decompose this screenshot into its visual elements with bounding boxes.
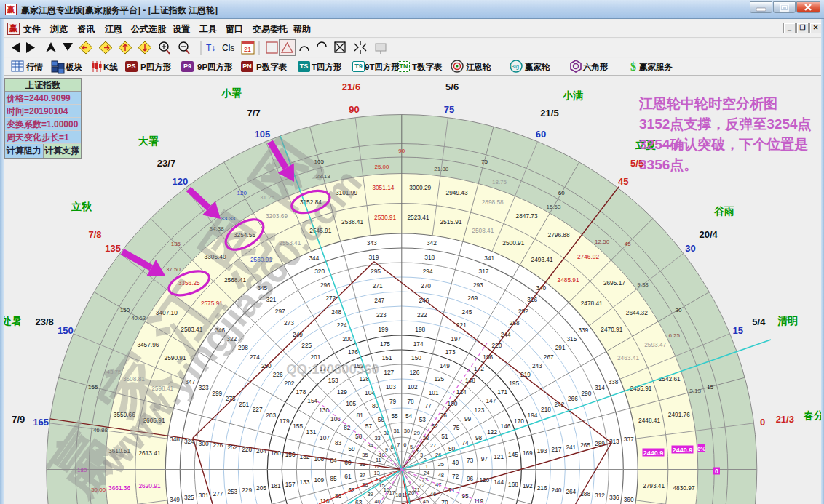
svg-text:15: 15 (707, 384, 713, 391)
svg-text:73: 73 (467, 457, 474, 464)
svg-text:2491.76: 2491.76 (668, 411, 690, 418)
svg-text:6: 6 (403, 441, 406, 448)
svg-text:127: 127 (384, 369, 394, 376)
svg-text:75: 75 (444, 104, 454, 115)
svg-text:2523.41: 2523.41 (408, 214, 429, 221)
svg-text:150: 150 (411, 354, 421, 361)
svg-text:296: 296 (320, 281, 330, 289)
svg-text:96: 96 (467, 475, 474, 482)
svg-text:293: 293 (473, 281, 483, 289)
svg-text:27: 27 (430, 442, 436, 449)
svg-text:17: 17 (389, 489, 395, 496)
svg-text:72: 72 (452, 473, 459, 480)
svg-text:317: 317 (479, 268, 489, 275)
svg-text:145: 145 (508, 451, 518, 458)
svg-text:147: 147 (486, 397, 496, 404)
svg-text:99: 99 (464, 415, 472, 423)
svg-text:149: 149 (440, 362, 450, 369)
svg-text:70: 70 (441, 499, 448, 504)
svg-text:30: 30 (685, 243, 695, 254)
svg-text:146: 146 (501, 423, 511, 430)
svg-text:121: 121 (494, 453, 504, 460)
svg-text:25: 25 (438, 461, 444, 468)
svg-text:144: 144 (494, 479, 504, 486)
svg-text:217: 217 (552, 446, 562, 453)
svg-text:60: 60 (558, 190, 565, 196)
svg-text:22: 22 (419, 482, 424, 489)
svg-text:5: 5 (410, 444, 413, 450)
svg-text:273: 273 (284, 319, 294, 327)
svg-text:4830.97: 4830.97 (673, 484, 695, 492)
svg-text:2793.41: 2793.41 (643, 482, 665, 489)
svg-text:242: 242 (554, 401, 564, 408)
svg-text:135: 135 (105, 243, 121, 254)
svg-text:133: 133 (300, 479, 310, 486)
svg-text:60: 60 (536, 129, 546, 140)
svg-text:20/4: 20/4 (699, 229, 718, 240)
svg-text:192: 192 (523, 482, 533, 489)
svg-text:155: 155 (293, 423, 303, 430)
svg-text:243: 243 (532, 362, 542, 369)
svg-text:25.00: 25.00 (374, 164, 389, 170)
svg-text:224: 224 (337, 321, 347, 329)
svg-text:343: 343 (367, 239, 377, 247)
svg-text:75: 75 (453, 424, 460, 431)
svg-text:122: 122 (487, 428, 497, 436)
svg-text:1: 1 (425, 463, 428, 470)
svg-text:13: 13 (373, 470, 379, 476)
svg-text:2949.43: 2949.43 (446, 189, 468, 196)
svg-text:处暑: 处暑 (1, 315, 22, 327)
svg-text:229: 229 (242, 487, 252, 494)
svg-text:247: 247 (374, 297, 384, 304)
svg-text:105: 105 (346, 400, 356, 407)
svg-text:270: 270 (421, 282, 431, 289)
svg-text:2440.9: 2440.9 (643, 449, 664, 457)
svg-text:2: 2 (424, 457, 427, 463)
svg-text:202: 202 (285, 380, 295, 387)
svg-text:174: 174 (413, 340, 424, 348)
svg-text:132: 132 (300, 453, 310, 460)
svg-text:QQ:100800360: QQ:100800360 (286, 361, 379, 377)
svg-text:325: 325 (184, 494, 194, 501)
svg-text:319: 319 (368, 254, 379, 261)
svg-text:小满: 小满 (562, 89, 583, 101)
svg-text:21.88: 21.88 (434, 166, 449, 172)
svg-text:3.13: 3.13 (689, 388, 701, 394)
svg-text:6.25: 6.25 (668, 332, 680, 339)
svg-text:314: 314 (595, 384, 605, 391)
svg-text:49: 49 (452, 459, 459, 466)
svg-text:173: 173 (445, 348, 456, 356)
svg-text:7/8: 7/8 (88, 229, 101, 240)
svg-text:154: 154 (307, 397, 317, 404)
svg-text:170: 170 (514, 417, 524, 425)
svg-text:2485.91: 2485.91 (558, 276, 579, 284)
svg-text:$: $ (630, 60, 636, 73)
svg-text:7/9: 7/9 (12, 414, 25, 425)
svg-text:21/6: 21/6 (342, 81, 360, 92)
svg-text:18: 18 (395, 492, 401, 498)
svg-text:21/5: 21/5 (540, 108, 558, 119)
svg-text:318: 318 (424, 254, 435, 261)
svg-text:251: 251 (239, 401, 249, 408)
svg-text:9.38: 9.38 (637, 281, 649, 288)
svg-text:78: 78 (407, 398, 414, 405)
svg-text:Cls: Cls (222, 43, 234, 53)
svg-text:36: 36 (360, 461, 365, 468)
svg-text:194: 194 (528, 412, 538, 419)
svg-text:181: 181 (271, 482, 281, 489)
svg-text:0: 0 (715, 468, 718, 475)
svg-text:342: 342 (427, 239, 437, 247)
svg-text:241: 241 (566, 444, 576, 451)
svg-text:216: 216 (537, 484, 547, 492)
svg-text:101: 101 (429, 389, 439, 396)
svg-text:2538.41: 2538.41 (341, 218, 363, 225)
svg-text:21: 21 (244, 46, 251, 53)
svg-text:0%: 0% (697, 446, 705, 452)
svg-text:253: 253 (227, 488, 237, 495)
svg-text:98: 98 (475, 434, 483, 441)
svg-text:245: 245 (462, 308, 472, 316)
svg-text:21/3: 21/3 (776, 414, 794, 425)
svg-text:30: 30 (676, 307, 682, 313)
svg-text:7: 7 (397, 441, 400, 448)
svg-text:61: 61 (344, 473, 352, 480)
